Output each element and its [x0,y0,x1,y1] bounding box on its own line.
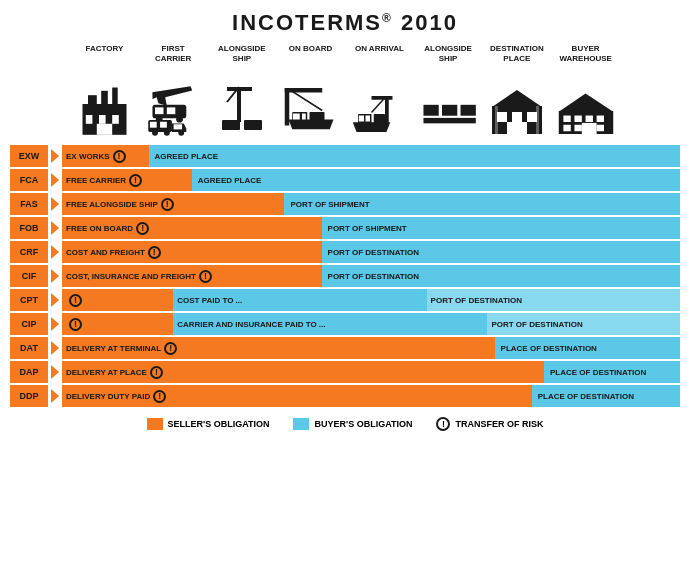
table-row: CRFCOST AND FREIGHT!PORT OF DESTINATION [10,241,680,263]
row-arrow-dap [48,361,62,383]
risk-icon-fas: ! [161,198,174,211]
row-bars-exw: EX WORKS!AGREED PLACE [62,145,680,167]
svg-rect-58 [574,125,581,131]
svg-rect-6 [112,115,119,124]
svg-rect-40 [442,104,457,115]
blue-bar-fca: AGREED PLACE [192,169,680,191]
risk-icon-fob: ! [136,222,149,235]
svg-rect-49 [495,106,498,134]
row-bars-dap: DELIVERY AT PLACE!PLACE OF DESTINATION [62,361,680,383]
table-row: CIFCOST, INSURANCE AND FREIGHT!PORT OF D… [10,265,680,287]
orange-bar-cif: COST, INSURANCE AND FREIGHT! [62,265,322,287]
orange-bar-crf: COST AND FREIGHT! [62,241,322,263]
row-arrow-cip [48,313,62,335]
icons-row [10,67,680,137]
legend-buyer: BUYER'S OBLIGATION [293,418,412,430]
inco-table: EXWEX WORKS!AGREED PLACEFCAFREE CARRIER!… [10,145,680,407]
svg-rect-46 [512,112,522,122]
loc-destination-place: DESTINATIONPLACE [483,44,551,63]
loc-factory: FACTORY [70,44,138,63]
svg-rect-45 [497,112,507,122]
row-code-dat: DAT [10,337,48,359]
orange-bar-exw: EX WORKS! [62,145,149,167]
blue-bar-cip: CARRIER AND INSURANCE PAID TO ...PORT OF… [173,313,680,335]
svg-rect-50 [536,106,539,134]
row-code-ddp: DDP [10,385,48,407]
table-row: EXWEX WORKS!AGREED PLACE [10,145,680,167]
alongside-ship-2-icon [414,83,482,138]
row-arrow-cif [48,265,62,287]
table-row: FOBFREE ON BOARD!PORT OF SHIPMENT [10,217,680,239]
row-arrow-fas [48,193,62,215]
risk-icon-ddp: ! [153,390,166,403]
risk-icon-legend: ! [436,417,450,431]
svg-rect-41 [461,104,476,115]
orange-bar-ddp: DELIVERY DUTY PAID! [62,385,532,407]
seller-color-box [147,418,163,430]
blue-bar-ddp: PLACE OF DESTINATION [532,385,680,407]
row-code-dap: DAP [10,361,48,383]
orange-bar-fca: FREE CARRIER! [62,169,192,191]
svg-rect-30 [293,114,300,120]
svg-rect-42 [424,118,476,123]
orange-bar-dat: DELIVERY AT TERMINAL! [62,337,495,359]
blue-bar-crf: PORT OF DESTINATION [322,241,680,263]
table-row: FCAFREE CARRIER!AGREED PLACE [10,169,680,191]
risk-icon-exw: ! [113,150,126,163]
orange-bar-cpt: ! [62,289,173,311]
row-bars-cpt: !COST PAID TO ...PORT OF DESTINATION [62,289,680,311]
svg-rect-38 [366,115,371,121]
risk-icon-fca: ! [129,174,142,187]
destination-place-icon [483,82,551,137]
table-row: DAPDELIVERY AT PLACE!PLACE OF DESTINATIO… [10,361,680,383]
svg-rect-47 [527,112,537,122]
orange-bar-fob: FREE ON BOARD! [62,217,322,239]
loc-alongside-ship-2: ALONGSIDESHIP [414,44,482,63]
loc-alongside-ship-1: ALONGSIDESHIP [208,44,276,63]
row-bars-cip: !CARRIER AND INSURANCE PAID TO ...PORT O… [62,313,680,335]
orange-bar-fas: FREE ALONGSIDE SHIP! [62,193,284,215]
row-arrow-fca [48,169,62,191]
svg-point-12 [176,116,183,123]
buyer-color-box [293,418,309,430]
row-bars-fca: FREE CARRIER!AGREED PLACE [62,169,680,191]
row-bars-fob: FREE ON BOARD!PORT OF SHIPMENT [62,217,680,239]
row-bars-crf: COST AND FREIGHT!PORT OF DESTINATION [62,241,680,263]
svg-rect-5 [99,115,106,124]
svg-rect-55 [585,116,592,122]
orange-bar-dap: DELIVERY AT PLACE! [62,361,544,383]
on-arrival-icon [345,96,413,137]
risk-icon-cpt: ! [69,294,82,307]
svg-rect-29 [309,112,324,121]
location-headers: FACTORY FIRSTCARRIER ALONGSIDESHIP ON BO… [10,44,680,63]
row-bars-fas: FREE ALONGSIDE SHIP!PORT OF SHIPMENT [62,193,680,215]
table-row: CIP!CARRIER AND INSURANCE PAID TO ...POR… [10,313,680,335]
blue-bar-exw: AGREED PLACE [149,145,680,167]
alongside-ship-1-icon [208,82,276,137]
svg-rect-32 [385,96,389,126]
row-arrow-cpt [48,289,62,311]
loc-on-board: ON BOARD [277,44,345,63]
row-code-fca: FCA [10,169,48,191]
risk-icon-cip: ! [69,318,82,331]
table-row: FASFREE ALONGSIDE SHIP!PORT OF SHIPMENT [10,193,680,215]
svg-point-14 [152,130,158,136]
svg-rect-59 [596,125,603,131]
table-row: DATDELIVERY AT TERMINAL!PLACE OF DESTINA… [10,337,680,359]
svg-rect-60 [581,123,596,134]
blue-bar-fob: PORT OF SHIPMENT [322,217,680,239]
risk-icon-dap: ! [150,366,163,379]
svg-rect-17 [149,122,156,128]
table-row: CPT!COST PAID TO ...PORT OF DESTINATION [10,289,680,311]
blue-bar-cpt: COST PAID TO ...PORT OF DESTINATION [173,289,680,311]
svg-rect-48 [507,122,527,134]
row-code-cif: CIF [10,265,48,287]
svg-rect-25 [284,88,289,126]
svg-rect-57 [563,125,570,131]
blue-bar-cif: PORT OF DESTINATION [322,265,680,287]
row-arrow-dat [48,337,62,359]
loc-on-arrival: ON ARRIVAL [345,44,413,63]
loc-first-carrier: FIRSTCARRIER [139,44,207,63]
legend: SELLER'S OBLIGATION BUYER'S OBLIGATION !… [10,417,680,431]
legend-risk: ! TRANSFER OF RISK [436,417,543,431]
